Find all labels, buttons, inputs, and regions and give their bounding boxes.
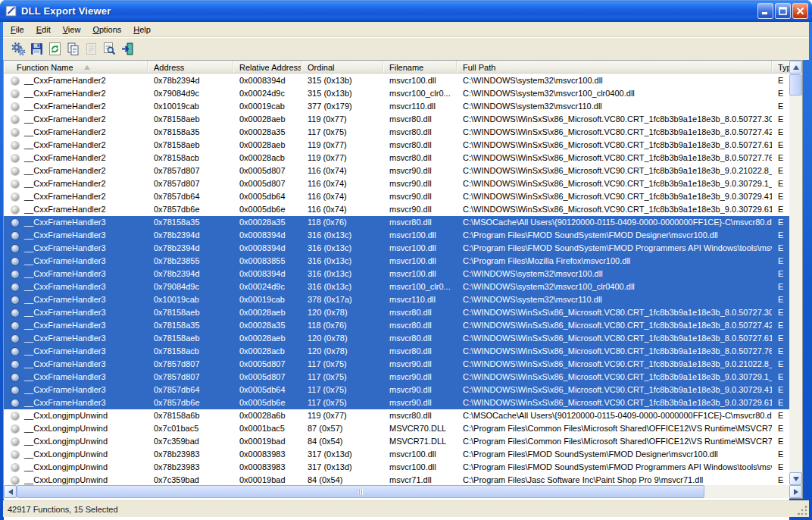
cell-function-name: __CxxFrameHandler3 xyxy=(4,268,148,280)
column-header-ordinal[interactable]: Ordinal xyxy=(301,61,383,74)
menu-help[interactable]: Help xyxy=(127,23,157,36)
cell-relative-address: 0x00028a6b xyxy=(233,409,301,422)
table-row[interactable]: __CxxFrameHandler20x78158acb0x00028acb11… xyxy=(4,152,789,164)
table-row[interactable]: __CxxFrameHandler30x78158a350x00028a3511… xyxy=(4,319,789,332)
table-row[interactable]: __CxxFrameHandler20x7857d8070x0005d80711… xyxy=(4,177,789,190)
cell-type: E xyxy=(772,255,789,268)
table-row[interactable]: __CxxFrameHandler30x78158acb0x00028acb12… xyxy=(4,345,789,358)
close-button[interactable] xyxy=(792,3,808,19)
table-row[interactable]: __CxxFrameHandler20x78158aeb0x00028aeb11… xyxy=(4,113,789,126)
cell-filename: msvcr90.dll xyxy=(383,164,457,177)
table-row[interactable]: __CxxFrameHandler30x7857db6e0x0005db6e11… xyxy=(4,396,789,409)
column-header-relative-address[interactable]: Relative Address xyxy=(233,61,301,74)
table-row[interactable]: __CxxFrameHandler30x7857d8070x0005d80711… xyxy=(4,371,789,384)
table-row[interactable]: __CxxFrameHandler20x7857db6e0x0005db6e11… xyxy=(4,203,789,216)
cell-filename: msvcr100.dll xyxy=(383,255,457,268)
cell-relative-address: 0x0008394d xyxy=(233,74,301,87)
vertical-scroll-thumb[interactable] xyxy=(789,74,802,96)
table-row[interactable]: __CxxFrameHandler30x7857d8070x0005d80711… xyxy=(4,358,789,371)
cell-type: E xyxy=(772,293,789,306)
cell-full-path: C:\WINDOWS\WinSxS\x86_Microsoft.VC90.CRT… xyxy=(457,177,772,190)
cell-filename: msvcr110.dll xyxy=(383,100,457,113)
table-row[interactable]: __CxxFrameHandler20x7857db640x0005db6411… xyxy=(4,190,789,203)
cell-ordinal: 119 (0x77) xyxy=(301,152,383,164)
table-row[interactable]: __CxxLongjmpUnwind0x7c01bac50x0001bac587… xyxy=(4,422,789,435)
table-row[interactable]: __CxxFrameHandler30x10019cab0x00019cab37… xyxy=(4,293,789,306)
cell-full-path: C:\WINDOWS\WinSxS\x86_Microsoft.VC80.CRT… xyxy=(457,113,772,126)
table-row[interactable]: __CxxLongjmpUnwind0x78b239830x0008398331… xyxy=(4,461,789,474)
table-row[interactable]: __CxxFrameHandler30x78158aeb0x00028aeb12… xyxy=(4,306,789,319)
function-bullet-icon xyxy=(11,296,19,304)
vertical-scrollbar[interactable] xyxy=(789,61,802,485)
cell-full-path: C:\WINDOWS\WinSxS\x86_Microsoft.VC80.CRT… xyxy=(457,139,772,152)
cell-address: 0x78158a6b xyxy=(148,409,233,422)
scroll-left-button[interactable] xyxy=(4,485,17,498)
table-row[interactable]: __CxxFrameHandler20x78b2394d0x0008394d31… xyxy=(4,74,789,87)
horizontal-scroll-thumb[interactable] xyxy=(17,485,704,498)
table-row[interactable]: __CxxFrameHandler30x78158aeb0x00028aeb12… xyxy=(4,332,789,345)
minimize-button[interactable] xyxy=(757,3,773,19)
table-row[interactable]: __CxxFrameHandler30x79084d9c0x00024d9c31… xyxy=(4,280,789,293)
scroll-down-button[interactable] xyxy=(789,472,802,485)
toolbar-find-button[interactable] xyxy=(100,40,118,58)
toolbar-properties-button[interactable] xyxy=(82,40,100,58)
menu-options[interactable]: Options xyxy=(86,23,127,36)
cell-full-path: C:\WINDOWS\system32\msvcr100_clr0400.dll xyxy=(457,87,772,100)
cell-type: E xyxy=(772,461,789,474)
cell-full-path: C:\WINDOWS\WinSxS\x86_Microsoft.VC80.CRT… xyxy=(457,126,772,139)
cell-filename: msvcr80.dll xyxy=(383,409,457,422)
toolbar-select-dll-button[interactable] xyxy=(9,40,27,58)
cell-relative-address: 0x00028acb xyxy=(233,152,301,164)
column-header-function-name[interactable]: Function Name xyxy=(4,61,148,74)
table-row[interactable]: __CxxFrameHandler20x79084d9c0x00024d9c31… xyxy=(4,87,789,100)
column-header-address[interactable]: Address xyxy=(148,61,233,74)
cell-full-path: C:\WINDOWS\system32\msvcr100.dll xyxy=(457,268,772,280)
table-row[interactable]: __CxxFrameHandler30x78b2394d0x0008394d31… xyxy=(4,268,789,280)
horizontal-scrollbar[interactable] xyxy=(4,485,802,498)
table-row[interactable]: __CxxLongjmpUnwind0x78158a6b0x00028a6b11… xyxy=(4,409,789,422)
toolbar-exit-button[interactable] xyxy=(118,40,136,58)
toolbar-refresh-button[interactable] xyxy=(45,40,64,58)
column-header-filename[interactable]: Filename xyxy=(383,61,457,74)
table-row[interactable]: __CxxLongjmpUnwind0x7c359bad0x00019bad84… xyxy=(4,435,789,448)
table-row[interactable]: __CxxFrameHandler20x7857d8070x0005d80711… xyxy=(4,164,789,177)
table-row[interactable]: __CxxFrameHandler30x78158a350x00028a3511… xyxy=(4,216,789,229)
maximize-button[interactable] xyxy=(775,3,791,19)
function-bullet-icon xyxy=(11,103,19,111)
cell-filename: msvcr90.dll xyxy=(383,177,457,190)
toolbar-save-button[interactable] xyxy=(27,40,45,58)
resize-grip[interactable] xyxy=(798,506,807,515)
scroll-up-button[interactable] xyxy=(789,61,802,74)
table-row[interactable]: __CxxFrameHandler20x78158aeb0x00028aeb11… xyxy=(4,139,789,152)
menu-edit[interactable]: Edit xyxy=(30,23,57,36)
table-row[interactable]: __CxxFrameHandler30x7857db640x0005db6411… xyxy=(4,384,789,396)
cell-type: E xyxy=(772,280,789,293)
properties-icon xyxy=(84,42,98,56)
cell-ordinal: 316 (0x13c) xyxy=(301,229,383,242)
cell-address: 0x7c01bac5 xyxy=(148,422,233,435)
column-header-full-path[interactable]: Full Path xyxy=(457,61,772,74)
cell-address: 0x10019cab xyxy=(148,293,233,306)
cell-address: 0x7857d807 xyxy=(148,164,233,177)
cell-full-path: C:\WINDOWS\system32\msvcr100_clr0400.dll xyxy=(457,280,772,293)
table-row[interactable]: __CxxFrameHandler20x78158a350x00028a3511… xyxy=(4,126,789,139)
window-title: DLL Export Viewer xyxy=(21,5,111,17)
cell-type: E xyxy=(772,190,789,203)
cell-filename: msvcr90.dll xyxy=(383,396,457,409)
scroll-right-button[interactable] xyxy=(789,485,802,498)
table-row[interactable]: __CxxFrameHandler30x78b2394d0x0008394d31… xyxy=(4,242,789,255)
cell-function-name: __CxxFrameHandler2 xyxy=(4,164,148,177)
table-row[interactable]: __CxxFrameHandler30x78b2394d0x0008394d31… xyxy=(4,229,789,242)
cell-function-name: __CxxFrameHandler3 xyxy=(4,229,148,242)
table-row[interactable]: __CxxLongjmpUnwind0x78b239830x0008398331… xyxy=(4,448,789,461)
cell-ordinal: 316 (0x13c) xyxy=(301,280,383,293)
cell-function-name: __CxxFrameHandler2 xyxy=(4,113,148,126)
menu-file[interactable]: File xyxy=(5,23,30,36)
table-row[interactable]: __CxxFrameHandler20x10019cab0x00019cab37… xyxy=(4,100,789,113)
menu-view[interactable]: View xyxy=(57,23,87,36)
column-header-type[interactable]: Type xyxy=(772,61,789,74)
table-row[interactable]: __CxxFrameHandler30x78b238550x0008385531… xyxy=(4,255,789,268)
toolbar-copy-button[interactable] xyxy=(64,40,82,58)
cell-relative-address: 0x00019cab xyxy=(233,100,301,113)
function-bullet-icon xyxy=(11,193,19,201)
